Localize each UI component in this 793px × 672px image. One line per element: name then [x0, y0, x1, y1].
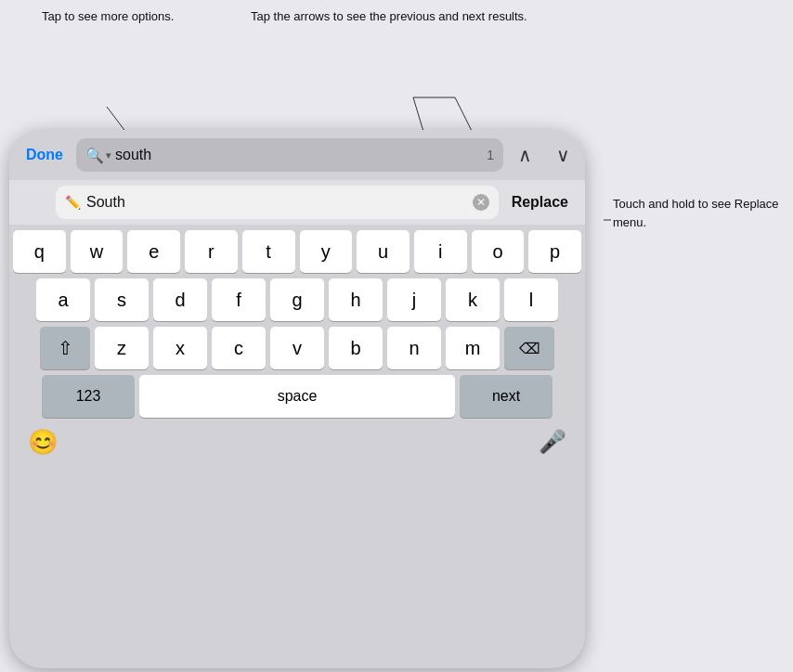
keyboard: q w e r t y u i o p a s d f g h j k l ⇧ …: [9, 225, 585, 418]
result-count: 1: [487, 148, 494, 162]
delete-key[interactable]: ⌫: [504, 327, 554, 369]
find-bar: Done 🔍 ▾ south 1 ∧ ∨: [9, 130, 585, 180]
keyboard-row-2: a s d f g h j k l: [13, 278, 581, 321]
replace-button[interactable]: Replace: [506, 190, 574, 214]
key-w[interactable]: w: [71, 230, 124, 273]
key-u[interactable]: u: [357, 230, 410, 273]
key-x[interactable]: x: [153, 327, 207, 369]
keyboard-row-4: 123 space next: [13, 375, 581, 418]
nav-arrows: ∧ ∨: [514, 140, 574, 170]
annotation-tap-arrows: Tap the arrows to see the previous and n…: [251, 7, 527, 26]
key-t[interactable]: t: [242, 230, 295, 273]
search-icon-wrap: 🔍 ▾: [85, 147, 111, 164]
key-l[interactable]: l: [504, 278, 558, 321]
search-icon: 🔍: [85, 147, 104, 164]
shift-key[interactable]: ⇧: [40, 327, 90, 369]
annotation-tap-more: Tap to see more options.: [42, 7, 174, 26]
key-h[interactable]: h: [329, 278, 383, 321]
replace-field-text: South: [86, 194, 467, 211]
key-n[interactable]: n: [387, 327, 441, 369]
done-button[interactable]: Done: [20, 143, 69, 167]
key-v[interactable]: v: [270, 327, 324, 369]
key-k[interactable]: k: [446, 278, 500, 321]
chevron-down-icon: ▾: [106, 149, 111, 162]
replace-field-container[interactable]: ✏️ South ✕: [56, 186, 499, 219]
next-arrow-button[interactable]: ∨: [552, 140, 574, 170]
search-field-text: south: [115, 147, 483, 163]
next-key[interactable]: next: [460, 375, 552, 418]
key-p[interactable]: p: [528, 230, 581, 273]
key-b[interactable]: b: [329, 327, 383, 369]
annotation-touch-hold: Touch and hold to see Replace menu.: [613, 195, 793, 231]
keyboard-row-1: q w e r t y u i o p: [13, 230, 581, 273]
replace-bar: ✏️ South ✕ Replace: [9, 180, 585, 225]
emoji-button[interactable]: 😊: [28, 428, 58, 457]
key-m[interactable]: m: [446, 327, 500, 369]
numbers-key[interactable]: 123: [42, 375, 135, 418]
key-g[interactable]: g: [270, 278, 324, 321]
microphone-button[interactable]: 🎤: [539, 429, 566, 455]
key-d[interactable]: d: [153, 278, 207, 321]
key-j[interactable]: j: [387, 278, 441, 321]
clear-replace-button[interactable]: ✕: [473, 194, 489, 211]
key-r[interactable]: r: [185, 230, 238, 273]
key-f[interactable]: f: [212, 278, 266, 321]
space-key[interactable]: space: [139, 375, 455, 418]
search-field-container[interactable]: 🔍 ▾ south 1: [76, 138, 503, 172]
phone-frame: Done 🔍 ▾ south 1 ∧ ∨ ✏️ South ✕ Replace …: [9, 130, 585, 668]
prev-arrow-button[interactable]: ∧: [514, 140, 536, 170]
keyboard-row-3: ⇧ z x c v b n m ⌫: [13, 327, 581, 369]
key-y[interactable]: y: [300, 230, 353, 273]
key-e[interactable]: e: [127, 230, 180, 273]
bottom-bar: 😊 🎤: [9, 418, 585, 466]
key-a[interactable]: a: [36, 278, 90, 321]
key-i[interactable]: i: [414, 230, 467, 273]
key-z[interactable]: z: [95, 327, 149, 369]
key-q[interactable]: q: [13, 230, 66, 273]
key-s[interactable]: s: [95, 278, 149, 321]
key-c[interactable]: c: [212, 327, 266, 369]
pencil-icon: ✏️: [65, 195, 81, 210]
key-o[interactable]: o: [472, 230, 525, 273]
